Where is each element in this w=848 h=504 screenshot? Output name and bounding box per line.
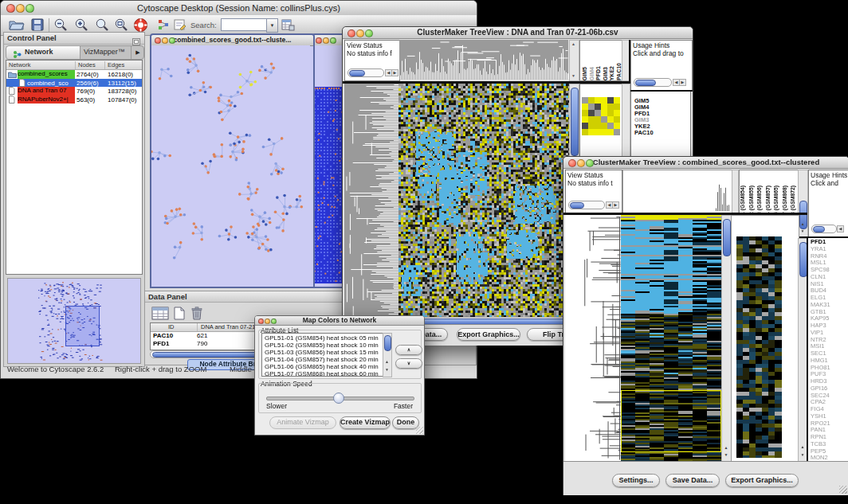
zoom-button[interactable] <box>26 4 34 13</box>
hscroll-pill[interactable] <box>635 80 656 86</box>
close-button[interactable] <box>316 37 322 44</box>
tab-network[interactable]: Network <box>6 46 80 59</box>
scroll-down-arrow[interactable]: ▼ <box>385 367 389 372</box>
move-down-button[interactable]: ∨ <box>395 358 422 369</box>
tv2-top-scrollbar[interactable] <box>732 170 739 213</box>
scroll-right-arrow[interactable]: ▶ <box>679 79 686 86</box>
attribute-list-item[interactable]: GPL51-03 (GSM856) heat shock 15 min <box>262 349 383 356</box>
network-overview-icon[interactable] <box>157 18 170 34</box>
hscroll-pill[interactable] <box>349 70 365 76</box>
correlation-matrix[interactable] <box>582 97 620 135</box>
hscroll-pill[interactable] <box>813 226 825 232</box>
scroll-right-arrow[interactable]: ▶ <box>612 201 619 209</box>
zoom-button[interactable] <box>365 29 373 37</box>
network-row-rnapuber[interactable]: RNAPuberNov2+| 563(0) 107847(0) <box>6 96 142 104</box>
row-dendrogram[interactable] <box>565 215 621 461</box>
vscroll-pill[interactable] <box>384 335 391 351</box>
network-list-header[interactable]: Network Nodes Edges <box>6 61 142 70</box>
scroll-down-arrow[interactable]: ▼ <box>801 452 805 457</box>
network-row-dna-tran[interactable]: DNA and Tran 07 769(0) 183728(0) <box>6 87 142 96</box>
import-table-icon[interactable] <box>281 18 295 34</box>
zoom-button[interactable] <box>169 37 175 44</box>
network-canvas[interactable] <box>151 45 310 283</box>
scroll-up-arrow[interactable]: ▲ <box>724 445 728 450</box>
attribute-list-item[interactable]: GPL51-01 (GSM854) heat shock 05 min <box>262 334 383 342</box>
resize-grip[interactable] <box>416 427 423 434</box>
dialog-titlebar[interactable]: Map Colors to Network <box>255 316 424 326</box>
zoom-button[interactable] <box>586 159 594 167</box>
column-label[interactable]: YKE2 <box>609 66 616 80</box>
search-dropdown-button[interactable]: ▼ <box>266 18 278 33</box>
column-dendrogram[interactable] <box>399 40 568 80</box>
zoom-heatmap-canvas[interactable] <box>736 236 782 458</box>
heatmap-canvas[interactable] <box>398 84 569 317</box>
speed-slider-thumb[interactable] <box>333 393 344 404</box>
create-vizmap-button[interactable]: Create Vizmap <box>340 416 391 429</box>
row-dendrogram[interactable] <box>344 84 398 317</box>
usage-hints-hscrollbar[interactable] <box>811 225 837 233</box>
settings-button[interactable]: Settings... <box>612 474 660 487</box>
vscroll-pill[interactable] <box>723 219 731 256</box>
attribute-select-icon[interactable] <box>151 307 169 323</box>
zoom-button[interactable] <box>271 318 277 324</box>
scroll-down-arrow[interactable]: ▼ <box>724 452 728 457</box>
close-button[interactable] <box>6 4 15 13</box>
minimize-button[interactable] <box>577 159 585 167</box>
minimize-button[interactable] <box>16 4 25 13</box>
search-input[interactable] <box>221 18 267 31</box>
zoom-button[interactable] <box>330 37 336 44</box>
network-row-combined-scores[interactable]: combined_scores 2764(0) 16218(0) <box>6 70 142 79</box>
column-label[interactable]: GIM4 <box>589 67 596 80</box>
scroll-right-arrow[interactable]: ▶ <box>391 69 398 76</box>
close-button[interactable] <box>347 29 355 37</box>
treeview1-titlebar[interactable]: ClusterMaker TreeView : DNA and Tran 07-… <box>343 27 693 39</box>
network-window-titlebar[interactable]: combined_scores_good.txt--cluste... <box>151 35 313 46</box>
resize-grip[interactable] <box>839 486 847 494</box>
export-graphics-button[interactable]: Export Graphics... <box>725 474 799 487</box>
done-button[interactable]: Done <box>392 416 419 429</box>
minimize-button[interactable] <box>323 37 329 44</box>
network-row-combined-sco-selected[interactable]: combined_sco 2569(6) 13112(15) <box>6 79 142 88</box>
column-label[interactable]: GIM5 <box>582 67 589 80</box>
attribute-list-item[interactable]: GPL51-07 (GSM868) heat shock 60 min <box>262 370 383 377</box>
attribute-list-item[interactable]: GPL51-04 (GSM857) heat shock 20 min <box>262 356 383 363</box>
main-titlebar[interactable]: Cytoscape Desktop (Session Name: collins… <box>1 1 477 16</box>
top-vscrollbar[interactable]: ▲ ▼ <box>569 40 579 81</box>
annotation-icon[interactable] <box>173 18 186 34</box>
row-label[interactable]: PAC10 <box>634 130 690 136</box>
move-up-button[interactable]: ∧ <box>395 345 422 355</box>
treeview2-title: ClusterMaker TreeView : combined_scores_… <box>593 158 819 166</box>
attribute-list-item[interactable]: GPL51-02 (GSM855) heat shock 10 min <box>262 342 383 349</box>
minimize-button[interactable] <box>162 37 168 44</box>
heatmap-canvas[interactable] <box>621 215 721 461</box>
delete-attribute-icon[interactable] <box>191 307 202 323</box>
tab-more-button[interactable]: ▶ <box>131 46 144 59</box>
scroll-down-arrow[interactable]: ▼ <box>801 229 805 233</box>
close-button[interactable] <box>155 37 161 44</box>
column-label[interactable]: PFD1 <box>595 66 603 80</box>
scroll-up-arrow[interactable]: ▲ <box>385 359 389 364</box>
save-data-button[interactable]: Save Data... <box>665 474 720 487</box>
tab-vizmapper[interactable]: VizMapper™ <box>80 46 130 59</box>
export-graphics-button[interactable]: Export Graphics... <box>457 328 520 341</box>
attribute-list-vscrollbar[interactable]: ▲ ▼ <box>383 333 392 377</box>
scroll-up-arrow[interactable]: ▲ <box>801 444 805 449</box>
attribute-list-item[interactable]: GPL51-06 (GSM865) heat shock 40 min <box>262 363 383 370</box>
minimize-button[interactable] <box>356 29 364 37</box>
hscroll-pill[interactable] <box>570 202 584 209</box>
view-status-hscrollbar[interactable] <box>347 68 384 77</box>
tv2-column-dendrogram[interactable] <box>715 170 729 211</box>
vscroll-pill[interactable] <box>571 88 579 156</box>
minimize-button[interactable] <box>265 318 270 324</box>
view-status-hscrollbar[interactable] <box>568 201 605 209</box>
usage-hints-hscrollbar[interactable] <box>634 78 672 87</box>
birdseye-view[interactable] <box>7 278 141 364</box>
close-button[interactable] <box>568 159 576 167</box>
dense-network-canvas[interactable] <box>313 45 344 283</box>
close-button[interactable] <box>258 318 264 324</box>
treeview2-titlebar[interactable]: ClusterMaker TreeView : combined_scores_… <box>563 157 848 169</box>
scroll-left-arrow[interactable]: ◀ <box>837 225 844 232</box>
scroll-up-arrow[interactable]: ▲ <box>801 221 805 226</box>
new-attribute-icon[interactable] <box>174 307 185 323</box>
animate-vizmap-button[interactable]: Animate Vizmap <box>269 416 336 429</box>
